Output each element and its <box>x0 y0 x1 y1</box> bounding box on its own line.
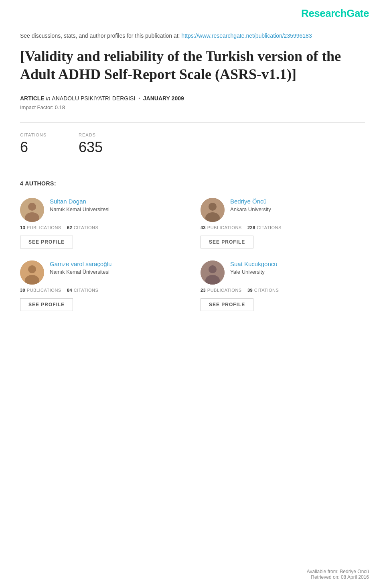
main-content: See discussions, stats, and author profi… <box>0 24 385 327</box>
author-affiliation-3: Namık Kemal Üniversitesi <box>50 269 111 275</box>
author-card-2: Bedriye Öncü Ankara University 43 PUBLIC… <box>201 198 365 248</box>
author-stats-3: 30 PUBLICATIONS 84 CITATIONS <box>20 288 184 293</box>
author-top-1: Sultan Dogan Namık Kemal Üniversitesi <box>20 198 184 222</box>
reads-stat: READS 635 <box>79 132 103 156</box>
author-top-3: Gamze varol saraçoğlu Namık Kemal Üniver… <box>20 260 184 285</box>
author-top-4: Suat Kucukgoncu Yale University <box>201 260 365 285</box>
author-info-3: Gamze varol saraçoğlu Namık Kemal Üniver… <box>50 260 111 275</box>
author-affiliation-1: Namık Kemal Üniversitesi <box>50 206 109 212</box>
svg-point-1 <box>28 203 36 211</box>
author-avatar-2 <box>201 198 225 222</box>
stats-divider <box>20 122 365 123</box>
author-name-3[interactable]: Gamze varol saraçoğlu <box>50 260 111 267</box>
article-meta: ARTICLE in ANADOLU PSIKIYATRI DERGISI · … <box>20 95 365 102</box>
intro-line: See discussions, stats, and author profi… <box>20 32 365 40</box>
researchgate-logo: ResearchGate <box>301 7 369 20</box>
author-top-2: Bedriye Öncü Ankara University <box>201 198 365 222</box>
authors-grid: Sultan Dogan Namık Kemal Üniversitesi 13… <box>20 198 365 311</box>
author-info-2: Bedriye Öncü Ankara University <box>230 198 271 212</box>
article-title: [Validity and reliability of the Turkish… <box>20 47 365 83</box>
author-info-4: Suat Kucukgoncu Yale University <box>230 260 278 275</box>
author-stats-1: 13 PUBLICATIONS 62 CITATIONS <box>20 225 184 230</box>
authors-divider <box>20 168 365 168</box>
citations-value: 6 <box>20 139 47 156</box>
author-affiliation-4: Yale University <box>230 269 278 275</box>
author-name-4[interactable]: Suat Kucukgoncu <box>230 260 278 267</box>
see-profile-button-3[interactable]: SEE PROFILE <box>20 298 73 311</box>
author-avatar-3 <box>20 260 44 285</box>
svg-point-7 <box>28 265 36 273</box>
author-stats-4: 23 PUBLICATIONS 39 CITATIONS <box>201 288 365 293</box>
authors-section: 4 AUTHORS: Sultan Dogan Namık Kemal Üniv… <box>20 180 365 311</box>
article-date: JANUARY 2009 <box>143 95 184 102</box>
article-type: ARTICLE in ANADOLU PSIKIYATRI DERGISI · … <box>20 95 184 102</box>
author-name-1[interactable]: Sultan Dogan <box>50 198 109 205</box>
author-avatar-1 <box>20 198 44 222</box>
header: ResearchGate <box>0 0 385 24</box>
impact-factor: Impact Factor: 0.18 <box>20 104 365 110</box>
author-info-1: Sultan Dogan Namık Kemal Üniversitesi <box>50 198 109 212</box>
footer-line2: Retrieved on: 08 April 2016 <box>307 574 369 580</box>
reads-value: 635 <box>79 139 103 156</box>
author-name-2[interactable]: Bedriye Öncü <box>230 198 271 205</box>
svg-point-4 <box>209 203 217 211</box>
author-card-4: Suat Kucukgoncu Yale University 23 PUBLI… <box>201 260 365 311</box>
footer: Available from: Bedriye Öncü Retrieved o… <box>307 569 369 580</box>
author-stats-2: 43 PUBLICATIONS 228 CITATIONS <box>201 225 365 230</box>
citations-label: CITATIONS <box>20 132 47 137</box>
intro-text: See discussions, stats, and author profi… <box>20 33 180 39</box>
authors-heading: 4 AUTHORS: <box>20 180 365 187</box>
author-card-3: Gamze varol saraçoğlu Namık Kemal Üniver… <box>20 260 184 311</box>
see-profile-button-2[interactable]: SEE PROFILE <box>201 236 253 248</box>
article-journal: ANADOLU PSIKIYATRI DERGISI <box>52 95 135 102</box>
see-profile-button-4[interactable]: SEE PROFILE <box>201 298 253 311</box>
author-avatar-4 <box>201 260 225 285</box>
reads-label: READS <box>79 132 103 137</box>
author-affiliation-2: Ankara University <box>230 206 271 212</box>
footer-line1: Available from: Bedriye Öncü <box>307 569 369 574</box>
see-profile-button-1[interactable]: SEE PROFILE <box>20 236 73 248</box>
stats-row: CITATIONS 6 READS 635 <box>20 132 365 156</box>
svg-point-10 <box>209 265 217 273</box>
publication-link[interactable]: https://www.researchgate.net/publication… <box>181 33 312 39</box>
author-card-1: Sultan Dogan Namık Kemal Üniversitesi 13… <box>20 198 184 248</box>
citations-stat: CITATIONS 6 <box>20 132 47 156</box>
